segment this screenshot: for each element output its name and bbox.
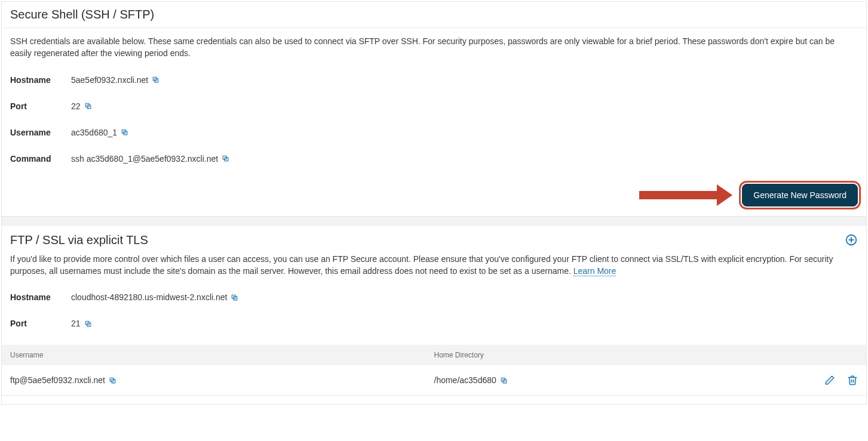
ftp-hostname-label: Hostname bbox=[10, 292, 71, 302]
ftp-port-value-wrap: 21 bbox=[71, 319, 92, 328]
ftp-description-text: If you'd like to provide more control ov… bbox=[10, 254, 833, 276]
ssh-port-label: Port bbox=[10, 101, 71, 111]
copy-icon[interactable] bbox=[152, 76, 160, 84]
copy-icon[interactable] bbox=[222, 155, 229, 162]
arrow-head-icon bbox=[717, 184, 732, 206]
generate-password-button[interactable]: Generate New Password bbox=[742, 184, 858, 206]
copy-icon[interactable] bbox=[231, 294, 238, 301]
add-icon[interactable] bbox=[845, 233, 858, 246]
copy-icon[interactable] bbox=[500, 377, 508, 384]
ssh-hostname-value-wrap: 5ae5ef0932.nxcli.net bbox=[71, 75, 160, 85]
ftp-th-actions bbox=[773, 351, 858, 359]
ssh-hostname-row: Hostname 5ae5ef0932.nxcli.net bbox=[10, 75, 858, 85]
ssh-hostname-value: 5ae5ef0932.nxcli.net bbox=[71, 75, 148, 85]
table-row: ftp@5ae5ef0932.nxcli.net /home/ac35d680 bbox=[2, 365, 866, 396]
ftp-title: FTP / SSL via explicit TLS bbox=[10, 233, 148, 247]
ftp-panel-header: FTP / SSL via explicit TLS bbox=[2, 227, 866, 253]
copy-icon[interactable] bbox=[84, 320, 92, 328]
ssh-panel-body: SSH credentials are available below. The… bbox=[2, 28, 866, 216]
learn-more-link[interactable]: Learn More bbox=[573, 266, 617, 276]
copy-icon[interactable] bbox=[121, 128, 128, 136]
ftp-th-username: Username bbox=[10, 351, 434, 359]
ftp-panel-body: If you'd like to provide more control ov… bbox=[2, 253, 866, 405]
ssh-title: Secure Shell (SSH / SFTP) bbox=[10, 8, 154, 21]
ftp-panel: FTP / SSL via explicit TLS If you'd like… bbox=[1, 227, 867, 405]
ftp-row-actions bbox=[773, 375, 858, 386]
ftp-row-home: /home/ac35d680 bbox=[434, 375, 496, 385]
delete-icon[interactable] bbox=[847, 375, 858, 386]
edit-icon[interactable] bbox=[824, 375, 835, 386]
ssh-username-row: Username ac35d680_1 bbox=[10, 128, 858, 137]
ssh-hostname-label: Hostname bbox=[10, 75, 71, 85]
ftp-port-value: 21 bbox=[71, 319, 81, 328]
ssh-username-value: ac35d680_1 bbox=[71, 128, 117, 137]
copy-icon[interactable] bbox=[109, 377, 116, 384]
ssh-port-row: Port 22 bbox=[10, 101, 858, 111]
ssh-port-value-wrap: 22 bbox=[71, 101, 92, 111]
ssh-username-label: Username bbox=[10, 128, 71, 137]
ftp-row-username: ftp@5ae5ef0932.nxcli.net bbox=[10, 375, 105, 385]
ssh-command-value-wrap: ssh ac35d680_1@5ae5ef0932.nxcli.net bbox=[71, 154, 229, 164]
ftp-table-header: Username Home Directory bbox=[2, 345, 866, 365]
ssh-button-row: Generate New Password bbox=[10, 180, 858, 208]
ssh-username-value-wrap: ac35d680_1 bbox=[71, 128, 128, 137]
ftp-th-home: Home Directory bbox=[434, 351, 774, 359]
ssh-panel-header: Secure Shell (SSH / SFTP) bbox=[2, 2, 866, 28]
ssh-command-value: ssh ac35d680_1@5ae5ef0932.nxcli.net bbox=[71, 154, 218, 164]
ftp-row-username-cell: ftp@5ae5ef0932.nxcli.net bbox=[10, 375, 434, 385]
arrow-shaft bbox=[639, 191, 717, 199]
ssh-panel: Secure Shell (SSH / SFTP) SSH credential… bbox=[1, 1, 867, 217]
ftp-description: If you'd like to provide more control ov… bbox=[10, 253, 858, 277]
ssh-description: SSH credentials are available below. The… bbox=[10, 35, 858, 60]
ftp-port-row: Port 21 bbox=[10, 319, 858, 328]
copy-icon[interactable] bbox=[84, 102, 92, 110]
panel-gap bbox=[1, 217, 867, 226]
ftp-hostname-row: Hostname cloudhost-4892180.us-midwest-2.… bbox=[10, 292, 858, 302]
ssh-port-value: 22 bbox=[71, 101, 81, 111]
ssh-command-label: Command bbox=[10, 154, 71, 164]
ssh-command-row: Command ssh ac35d680_1@5ae5ef0932.nxcli.… bbox=[10, 154, 858, 164]
ftp-row-home-cell: /home/ac35d680 bbox=[434, 375, 774, 385]
ftp-hostname-value-wrap: cloudhost-4892180.us-midwest-2.nxcli.net bbox=[71, 292, 238, 302]
callout-arrow bbox=[639, 184, 732, 206]
ftp-hostname-value: cloudhost-4892180.us-midwest-2.nxcli.net bbox=[71, 292, 227, 302]
ftp-port-label: Port bbox=[10, 319, 71, 328]
